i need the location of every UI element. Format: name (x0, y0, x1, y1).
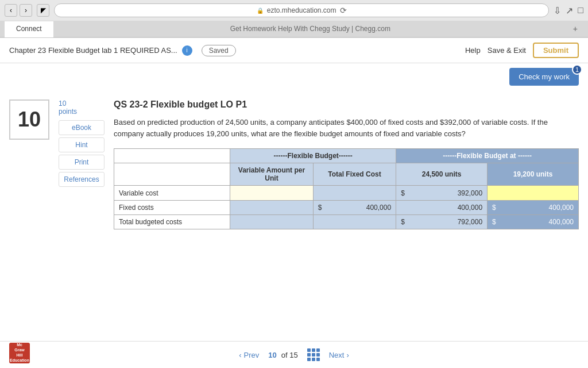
ebook-button[interactable]: eBook (59, 120, 105, 135)
grid-dot (316, 348, 320, 352)
url-text: ezto.mheducation.com (267, 6, 336, 14)
table-row: Fixed costs $ 400,000 400,000 $ 400,000 (114, 201, 579, 215)
dollar-sign-total-24500: $ (401, 218, 405, 226)
grid-dot (312, 353, 315, 356)
question-number-box: 10 (9, 99, 49, 140)
dollar-sign-fixed: $ (318, 204, 322, 212)
breadcrumb: Chapter 23 Flexible Budget lab 1 REQUIRE… (9, 46, 177, 55)
app-header: Chapter 23 Flexible Budget lab 1 REQUIRE… (0, 38, 588, 63)
budget-table: ------Flexible Budget------ ------Flexib… (114, 148, 579, 229)
dollar-sign-fixed-19200: $ (492, 204, 496, 212)
fixed-variable-amount-empty (230, 201, 313, 215)
grid-icon[interactable] (307, 348, 320, 361)
share-button[interactable]: ↗ (566, 5, 573, 16)
col-variable-header: Variable Amount per Unit (230, 163, 313, 186)
grid-dot (312, 358, 315, 361)
fullscreen-button[interactable]: □ (578, 5, 583, 16)
flexible-budget-at-header: ------Flexible Budget at ------ (396, 149, 579, 163)
prev-button[interactable]: ‹ Prev (239, 351, 259, 359)
current-page: 10 (268, 351, 276, 359)
total-19200-cell: $ 400,000 (488, 215, 579, 229)
points-label: points (59, 108, 77, 116)
col-24500-header: 24,500 units (396, 163, 488, 186)
refresh-button[interactable]: ⟳ (340, 6, 347, 15)
tab-chegg[interactable]: Get Homework Help With Chegg Study | Che… (53, 21, 567, 36)
help-button[interactable]: Help (465, 46, 481, 55)
total-fixed-empty (313, 215, 396, 229)
forward-button[interactable]: › (20, 4, 32, 17)
grid-dot (307, 348, 311, 352)
notification-badge: 1 (572, 64, 582, 75)
fixed-19200-cell: $ 400,000 (488, 201, 579, 215)
fixed-24500-cell: 400,000 (396, 201, 488, 215)
prev-chevron-icon: ‹ (239, 351, 241, 359)
references-button[interactable]: References (59, 172, 105, 187)
check-my-work-button[interactable]: Check my work 1 (509, 68, 579, 86)
next-button[interactable]: Next › (329, 351, 349, 359)
variable-total-fixed-empty (313, 186, 396, 201)
mcgraw-hill-logo: McGrawHillEducation (9, 343, 30, 363)
table-row: Variable cost $ 392,000 (114, 186, 579, 201)
row-label-total: Total budgeted costs (114, 215, 230, 229)
dollar-sign-variable-24500: $ (401, 189, 405, 197)
value-fixed-24500: 400,000 (458, 204, 482, 212)
grid-dot (316, 358, 320, 361)
layout-button[interactable]: ◤ (37, 4, 49, 17)
page-info: 10 of 15 (268, 351, 297, 359)
page-of: of 15 (281, 351, 298, 359)
lock-icon: 🔒 (257, 7, 264, 14)
question-text: Based on predicted production of 24,500 … (114, 117, 579, 139)
fixed-total-fixed-cell: $ 400,000 (313, 201, 396, 215)
grid-dot (316, 353, 320, 356)
value-fixed-19200: 400,000 (549, 204, 574, 212)
footer: McGrawHillEducation ‹ Prev 10 of 15 Next… (0, 341, 588, 368)
value-total-24500: 792,000 (458, 218, 482, 226)
grid-dot (312, 348, 315, 352)
save-exit-button[interactable]: Save & Exit (488, 46, 526, 55)
download-button[interactable]: ⇩ (554, 5, 561, 16)
tab-connect[interactable]: Connect (5, 21, 53, 37)
value-total-19200: 400,000 (549, 218, 574, 226)
back-button[interactable]: ‹ (5, 4, 17, 17)
row-label-fixed: Fixed costs (114, 201, 230, 215)
check-work-area: Check my work 1 (0, 63, 588, 90)
value-variable-24500: 392,000 (458, 189, 482, 197)
print-button[interactable]: Print (59, 155, 105, 170)
question-body: QS 23-2 Flexible budget LO P1 Based on p… (114, 99, 579, 229)
variable-amount-input-cell[interactable] (230, 186, 313, 201)
flexible-budget-header: ------Flexible Budget------ (230, 149, 396, 163)
hint-button[interactable]: Hint (59, 137, 105, 152)
next-chevron-icon: › (346, 351, 349, 359)
question-number: 10 (18, 108, 41, 132)
variable-amount-input[interactable] (235, 189, 308, 197)
value-fixed-total: 400,000 (366, 204, 391, 212)
dollar-sign-total-19200: $ (492, 218, 496, 226)
points-value: 10 (59, 99, 66, 108)
table-row: Total budgeted costs $ 792,000 $ 400,000 (114, 215, 579, 229)
total-variable-empty (230, 215, 313, 229)
new-tab-button[interactable]: + (567, 21, 583, 37)
variable-19200-input[interactable] (492, 189, 574, 197)
url-bar[interactable]: 🔒 ezto.mheducation.com ⟳ (54, 3, 549, 17)
col-19200-header: 19,200 units (488, 163, 579, 186)
row-label-variable: Variable cost (114, 186, 230, 201)
grid-dot (307, 358, 311, 361)
variable-24500-cell: $ 392,000 (396, 186, 488, 201)
saved-badge: Saved (202, 45, 236, 56)
main-content: 10 10 points eBook Hint Print References… (0, 90, 588, 239)
variable-19200-cell[interactable] (488, 186, 579, 201)
total-24500-cell: $ 792,000 (396, 215, 488, 229)
submit-button[interactable]: Submit (533, 43, 579, 58)
sidebar: 10 points eBook Hint Print References (59, 99, 105, 229)
grid-dot (307, 353, 311, 356)
info-icon[interactable]: i (182, 45, 192, 56)
question-title: QS 23-2 Flexible budget LO P1 (114, 99, 579, 110)
col-fixed-header: Total Fixed Cost (313, 163, 396, 186)
